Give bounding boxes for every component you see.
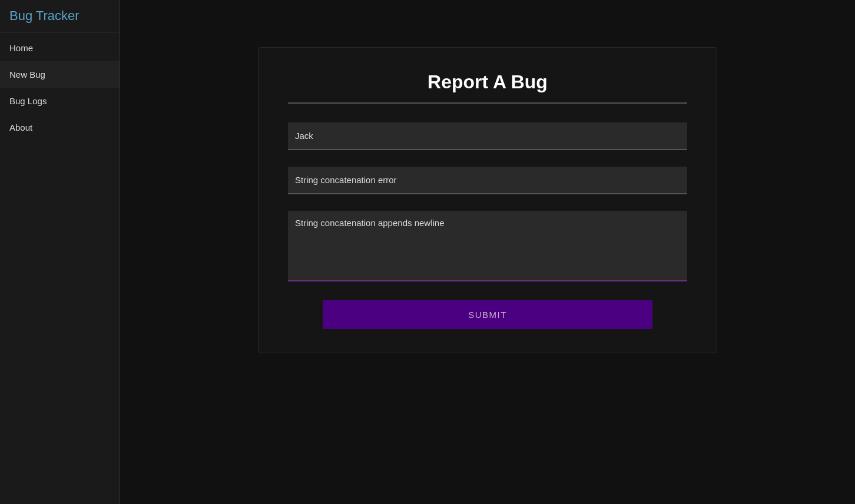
form-title: Report A Bug [288,71,687,93]
name-input[interactable] [288,122,687,150]
main-content: Report A Bug String concatenation append… [120,0,855,504]
submit-button[interactable]: SUBMIT [323,300,652,329]
description-textarea[interactable]: String concatenation appends newline [288,211,687,281]
bug-title-input[interactable] [288,167,687,194]
form-title-divider [288,102,687,104]
report-bug-form-container: Report A Bug String concatenation append… [258,47,717,353]
sidebar: Bug Tracker Home New Bug Bug Logs About [0,0,120,504]
sidebar-item-bug-logs[interactable]: Bug Logs [0,88,120,114]
sidebar-item-home[interactable]: Home [0,35,120,61]
app-logo[interactable]: Bug Tracker [0,0,120,32]
sidebar-item-new-bug[interactable]: New Bug [0,61,120,88]
sidebar-nav: Home New Bug Bug Logs About [0,35,120,141]
sidebar-item-about[interactable]: About [0,114,120,141]
